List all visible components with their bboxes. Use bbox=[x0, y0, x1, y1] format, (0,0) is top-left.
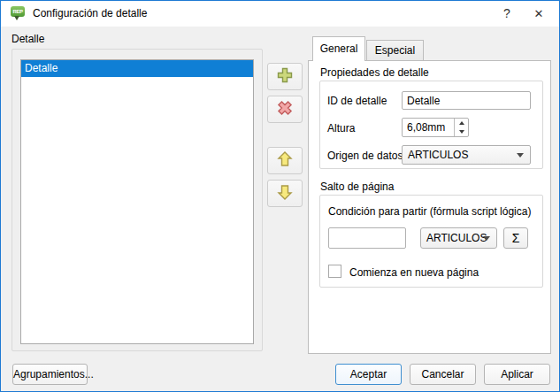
tab-especial[interactable]: Especial bbox=[366, 40, 424, 60]
plus-icon bbox=[275, 65, 295, 88]
spin-down-button[interactable] bbox=[455, 127, 468, 136]
detail-list[interactable]: Detalle bbox=[20, 59, 254, 344]
properties-group-title: Propiedades de detalle bbox=[320, 66, 433, 79]
detail-configuration-dialog: REP Configuración de detalle ? ✕ Detalle… bbox=[0, 0, 560, 392]
cross-delete-icon bbox=[275, 98, 295, 120]
tab-general[interactable]: General bbox=[312, 36, 365, 61]
title-bar[interactable]: REP Configuración de detalle ? ✕ bbox=[1, 1, 559, 27]
report-icon-tail bbox=[14, 16, 19, 20]
chevron-down-icon bbox=[483, 236, 490, 241]
new-page-checkbox[interactable] bbox=[328, 265, 341, 278]
window-title: Configuración de detalle bbox=[33, 1, 147, 27]
break-condition-label: Condición para partir (fórmula script ló… bbox=[328, 205, 531, 218]
pagebreak-group-title: Salto de página bbox=[320, 181, 397, 193]
datasource-combo[interactable]: ARTICULOS bbox=[402, 145, 531, 165]
add-detail-button[interactable] bbox=[267, 63, 303, 90]
list-item[interactable]: Detalle bbox=[21, 60, 253, 77]
detail-id-label: ID de detalle bbox=[327, 95, 387, 107]
detail-id-input[interactable] bbox=[402, 91, 531, 110]
condition-datasource-value: ARTICULOS bbox=[426, 228, 487, 248]
report-app-icon: REP bbox=[11, 6, 25, 20]
chevron-down-icon bbox=[517, 153, 524, 158]
formula-sigma-button[interactable]: Σ bbox=[503, 227, 528, 249]
apply-button[interactable]: Aplicar bbox=[484, 364, 550, 385]
accept-button[interactable]: Aceptar bbox=[335, 364, 402, 385]
detail-list-label: Detalle bbox=[12, 33, 44, 45]
help-button[interactable]: ? bbox=[494, 1, 520, 27]
height-value: 6,08mm bbox=[407, 119, 445, 136]
arrow-down-icon bbox=[275, 182, 295, 204]
arrow-up-icon bbox=[275, 150, 295, 172]
groupings-button[interactable]: Agrupamientos... bbox=[12, 364, 88, 385]
move-up-button[interactable] bbox=[267, 147, 303, 174]
spinner-buttons bbox=[454, 119, 468, 136]
height-label: Altura bbox=[327, 122, 355, 135]
spin-down-icon bbox=[459, 130, 464, 134]
break-condition-input[interactable] bbox=[328, 227, 406, 249]
spin-up-button[interactable] bbox=[455, 119, 468, 127]
datasource-label: Origen de datos bbox=[327, 150, 403, 162]
height-spinner[interactable]: 6,08mm bbox=[402, 118, 469, 137]
condition-datasource-combo[interactable]: ARTICULOS bbox=[420, 227, 497, 249]
close-button[interactable]: ✕ bbox=[525, 1, 552, 27]
datasource-combo-value: ARTICULOS bbox=[408, 146, 468, 164]
delete-detail-button[interactable] bbox=[267, 96, 303, 123]
new-page-checkbox-label: Comienza en nueva página bbox=[349, 266, 479, 279]
cancel-button[interactable]: Cancelar bbox=[410, 364, 476, 385]
move-down-button[interactable] bbox=[267, 180, 303, 207]
spin-up-icon bbox=[459, 121, 464, 125]
